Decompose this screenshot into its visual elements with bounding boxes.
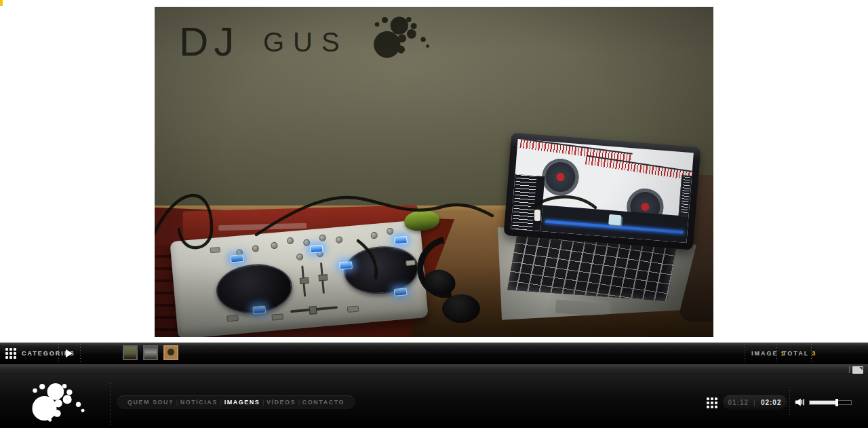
audio-time-display: 01:12 | 02:02 [723, 395, 787, 410]
play-slideshow-button[interactable] [66, 349, 73, 357]
gallery-photo-dj-setup: DJ GUS [155, 7, 713, 337]
elapsed-time: 01:12 [728, 399, 749, 406]
main-navigation: QUEM SOU? | NOTÍCIAS | IMAGENS | VÍDEOS … [117, 395, 355, 409]
volume-fill [810, 401, 837, 404]
nav-separator: | [176, 399, 178, 406]
nav-imagens[interactable]: IMAGENS [224, 399, 260, 406]
volume-thumb[interactable] [835, 399, 838, 406]
volume-slider[interactable] [809, 400, 852, 405]
categories-grid-icon[interactable] [5, 348, 16, 359]
nav-separator: | [262, 399, 264, 406]
thumbnail-2[interactable] [143, 345, 158, 360]
dj-gus-bubbles-logo[interactable] [20, 381, 96, 424]
thumbnail-3[interactable] [163, 345, 178, 360]
nav-videos[interactable]: VÍDEOS [267, 399, 296, 406]
playlist-grid-icon[interactable] [707, 397, 717, 408]
thumbnail-strip [123, 345, 178, 360]
nav-contacto[interactable]: CONTACTO [302, 399, 344, 406]
nav-quem-sou[interactable]: QUEM SOU? [127, 399, 174, 406]
divider [58, 345, 59, 362]
site-footer: QUEM SOU? | NOTÍCIAS | IMAGENS | VÍDEOS … [0, 375, 868, 428]
total-time: 02:02 [761, 399, 782, 406]
toggle-artwork-icon[interactable] [852, 366, 863, 374]
loader-notch [0, 0, 3, 6]
time-divider: | [753, 399, 756, 406]
app-window: DJ GUS [0, 0, 868, 428]
footer-collapse-strip: | [0, 364, 868, 375]
nav-separator: | [298, 399, 300, 406]
speaker-icon[interactable] [795, 397, 806, 407]
player-divider [789, 390, 790, 415]
cables [155, 7, 713, 337]
nav-separator: | [220, 399, 222, 406]
strip-divider: | [848, 365, 850, 373]
nav-noticias[interactable]: NOTÍCIAS [180, 399, 218, 406]
thumbnail-1[interactable] [123, 345, 138, 360]
footer-divider [110, 383, 111, 425]
divider [80, 345, 81, 362]
